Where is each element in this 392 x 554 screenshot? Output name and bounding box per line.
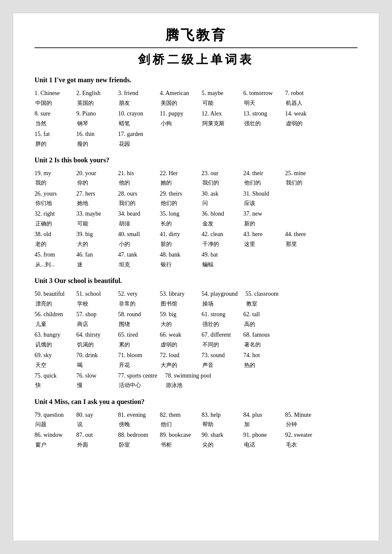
vocab-en: 75. quick [35,371,57,381]
vocab-en: 38. old [35,229,51,239]
vocab-en: 15. fat [35,129,50,139]
vocab-en: 29. theirs [160,189,182,199]
unit-1: Unit 1 I've got many new friends.1. Chin… [35,76,357,149]
vocab-item: 14. weak虚弱的 [285,109,319,128]
vocab-item: 57. shop商店 [76,309,110,329]
vocab-cn: 花园 [118,139,130,149]
vocab-en: 42. clean [202,229,223,239]
vocab-en: 71. bloom [118,350,142,361]
vocab-cn: 我们的 [285,178,303,188]
vocab-item: 91. phone电话 [243,430,277,450]
vocab-cn: 声音 [202,361,213,370]
vocab-en: 5. maybe [202,88,223,98]
vocab-en: 86. window [35,430,63,440]
vocab-cn: 我们的 [202,178,219,188]
vocab-cn: 他们的 [160,199,177,208]
vocab-item: 39. big大的 [76,229,110,249]
vocab-cn: 机器人 [285,98,303,108]
vocab-en: 47. tank [118,250,137,260]
vocab-cn: 漂亮的 [35,299,52,309]
vocab-cn: 美国的 [160,98,177,108]
unit-2-row-4: 38. old老的39. big大的40. small小的41. dirty脏的… [35,229,357,249]
vocab-cn: 小的 [118,239,130,249]
vocab-en: 43. here [243,229,262,239]
vocab-en: 80. say [76,410,93,420]
vocab-en: 6. tomorrow [243,88,273,98]
vocab-en: 12. Alex [202,109,222,119]
page: 腾飞教育 剑桥二级上单词表 Unit 1 I've got many new f… [13,13,379,541]
vocab-cn: 活动中心 [118,381,141,390]
vocab-item: 28. ours我们的 [118,189,152,208]
vocab-cn: 朋友 [118,98,130,108]
vocab-item: 20. your你的 [76,168,110,188]
vocab-item: 79. question问题 [35,410,69,430]
vocab-cn: 明天 [243,98,255,108]
vocab-cn: 强壮的 [243,119,261,128]
vocab-item: 5. maybe可能 [202,88,236,108]
vocab-cn: 电话 [243,440,255,450]
vocab-cn: 从...到... [35,260,55,269]
vocab-cn: 虚弱的 [160,340,177,349]
vocab-item: 7. robot机器人 [285,88,319,108]
vocab-cn: 窗户 [35,440,46,450]
vocab-item: 13. strong强壮的 [243,109,277,128]
vocab-item: 89. bookcase书柜 [160,430,194,450]
vocab-item: 8. sure当然 [35,109,69,128]
vocab-en: 74. hot [243,350,260,361]
vocab-item: 9. Piano钢琴 [76,109,110,128]
vocab-en: 28. ours [118,189,137,199]
vocab-en: 67. different [202,330,231,340]
unit-3-row-5: 75. quick快76. slow慢77. sports centre活动中心… [35,371,357,390]
vocab-en: 70. drink [76,350,98,361]
vocab-cn: 著名的 [243,340,261,349]
vocab-en: 90. shark [202,430,223,440]
unit-2-title: Unit 2 Is this book yours? [35,156,357,164]
vocab-en: 26. yours [35,189,57,199]
vocab-en: 23. our [202,168,219,179]
vocab-cn: 我的 [35,178,46,188]
vocab-cn: 加 [243,420,250,429]
vocab-en: 20. your [76,168,96,179]
vocab-en: 54. playground [202,289,238,299]
vocab-item: 54. playground操场 [202,289,238,309]
vocab-item: 87. out外面 [76,430,110,450]
vocab-en: 85. Minute [285,410,311,420]
vocab-item: 66. weak虚弱的 [160,330,194,349]
vocab-item: 27. hers她地 [76,189,110,208]
vocab-item: 34. beard胡须 [118,209,152,228]
vocab-item: 52. very非常的 [118,289,152,309]
vocab-cn: 累的 [118,340,130,349]
vocab-cn: 银行 [160,260,172,269]
vocab-en: 89. bookcase [160,430,191,440]
vocab-cn: 正确的 [35,219,52,228]
vocab-item: 2. English英国的 [76,88,110,108]
vocab-cn: 脏的 [160,239,172,249]
vocab-cn: 虚弱的 [285,119,303,128]
vocab-cn: 教室 [245,299,257,309]
unit-3-row-1: 50. beautiful漂亮的51. school学校52. very非常的5… [35,289,357,309]
unit-2-row-3: 32. right正确的33. maybe可能34. beard胡须35. lo… [35,209,357,228]
vocab-cn: 小狗 [160,119,172,128]
vocab-item: 3. friend朋友 [118,88,152,108]
units-container: Unit 1 I've got many new friends.1. Chin… [35,76,357,450]
vocab-item: 83. help帮助 [202,410,236,430]
vocab-item: 69. sky天空 [35,350,69,370]
vocab-cn: 钢琴 [76,119,88,128]
vocab-cn: 瘦的 [76,139,88,149]
vocab-en: 55. classroom [245,289,279,299]
vocab-cn: 阿莱克斯 [202,119,225,128]
vocab-cn: 你们地 [35,199,52,208]
vocab-item: 19. my我的 [35,168,69,188]
vocab-cn: 围绕 [118,320,130,329]
vocab-en: 56. children [35,309,63,320]
vocab-en: 57. shop [76,309,96,320]
vocab-en: 14. weak [285,109,307,119]
vocab-item: 70. drink喝 [76,350,110,370]
vocab-en: 36. blond [202,209,224,219]
unit-3-row-4: 69. sky天空70. drink喝71. bloom开花72. loud大声… [35,350,357,370]
vocab-en: 52. very [118,289,138,299]
vocab-item: 51. school学校 [76,289,110,309]
vocab-en: 48. bank [160,250,180,260]
vocab-cn: 大的 [76,239,88,249]
vocab-en: 16. thin [76,129,95,139]
